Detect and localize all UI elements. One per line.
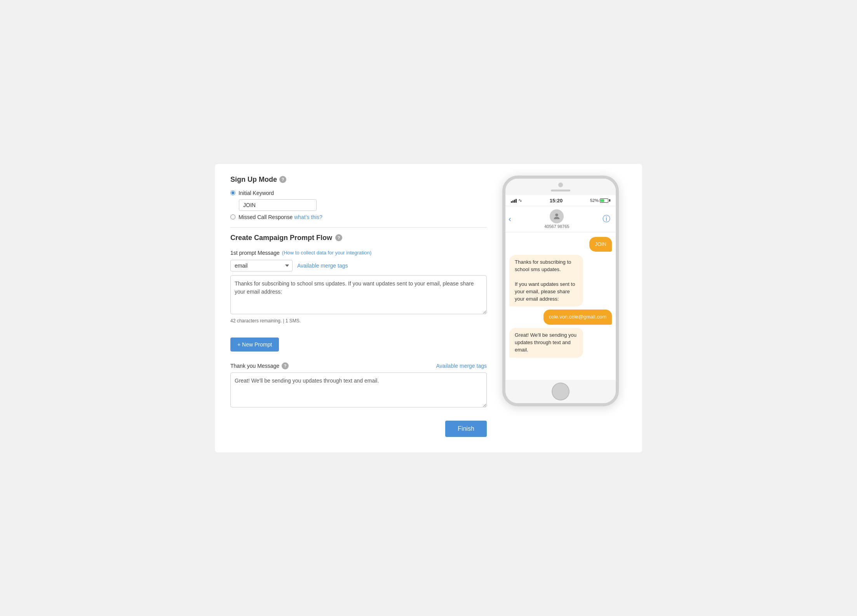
missed-call-radio[interactable] [230, 214, 235, 219]
contact-avatar [550, 209, 564, 223]
right-panel: ∿ 15:20 52% ‹ [502, 176, 627, 406]
prompt-section: 1st prompt Message (How to collect data … [230, 250, 487, 324]
thankyou-message-textarea[interactable]: Great! We'll be sending you updates thro… [230, 372, 487, 407]
info-button[interactable]: ⓘ [603, 214, 610, 224]
svg-point-0 [556, 213, 558, 216]
message-thankyou: Great! We'll be sending you updates thro… [509, 328, 583, 358]
signup-mode-section: Sign Up Mode ? [230, 176, 487, 184]
battery-body [600, 198, 608, 203]
signal-bar-2 [512, 200, 514, 203]
signal-bar-4 [516, 199, 517, 203]
missed-call-label: Missed Call Response what's this? [239, 214, 322, 220]
field-type-select[interactable]: email name phone zip code [230, 260, 293, 271]
initial-keyword-option: Initial Keyword [230, 190, 487, 196]
prompt-label-row: 1st prompt Message (How to collect data … [230, 250, 487, 256]
thankyou-section: Thank you Message ? Available merge tags… [230, 362, 487, 409]
campaign-prompt-section: Create Campaign Prompt Flow ? [230, 234, 487, 242]
iphone-frame: ∿ 15:20 52% ‹ [502, 176, 619, 406]
missed-call-option: Missed Call Response what's this? [230, 214, 487, 220]
battery-tip [609, 199, 610, 202]
left-panel: Sign Up Mode ? Initial Keyword Missed Ca… [230, 176, 487, 437]
status-left: ∿ [511, 198, 522, 203]
prompt-message-textarea[interactable]: Thanks for subscribing to school sms upd… [230, 275, 487, 314]
chat-messages: JOIN Thanks for subscribing to school sm… [505, 232, 616, 380]
battery-fill [601, 199, 604, 202]
thankyou-merge-tags-link[interactable]: Available merge tags [436, 363, 487, 369]
prompt-controls: email name phone zip code Available merg… [230, 260, 487, 271]
section-divider [230, 227, 487, 228]
status-time: 15:20 [550, 198, 563, 204]
home-button[interactable] [552, 383, 570, 400]
signal-bar-3 [514, 200, 515, 203]
battery-icon [600, 198, 610, 203]
back-button[interactable]: ‹ [509, 214, 511, 223]
status-right: 52% [590, 198, 610, 203]
thankyou-label-row: Thank you Message ? Available merge tags [230, 362, 487, 369]
wifi-icon: ∿ [518, 198, 522, 203]
prompt-integration-link[interactable]: (How to collect data for your integratio… [282, 250, 372, 256]
signup-mode-help-icon[interactable]: ? [279, 176, 286, 183]
contact-phone: 40567 98765 [544, 224, 569, 229]
missed-call-link[interactable]: what's this? [294, 214, 322, 220]
main-container: Sign Up Mode ? Initial Keyword Missed Ca… [215, 164, 642, 452]
message-subscribe: Thanks for subscribing to school sms upd… [509, 255, 583, 306]
initial-keyword-radio[interactable] [230, 190, 235, 195]
iphone-bottom [505, 380, 616, 403]
signup-mode-title: Sign Up Mode [230, 176, 277, 184]
campaign-prompt-title: Create Campaign Prompt Flow [230, 234, 332, 242]
campaign-prompt-help-icon[interactable]: ? [335, 234, 342, 241]
keyword-input[interactable] [239, 199, 317, 211]
finish-button[interactable]: Finish [445, 421, 487, 437]
battery-percent: 52% [590, 198, 599, 203]
iphone-top-bar [505, 179, 616, 195]
status-bar: ∿ 15:20 52% [505, 195, 616, 206]
speaker-bar [551, 190, 570, 191]
camera-dot [558, 183, 563, 187]
prompt-label-text: 1st prompt Message [230, 250, 280, 256]
merge-tags-link[interactable]: Available merge tags [297, 263, 348, 269]
thankyou-label-text: Thank you Message [230, 363, 279, 369]
message-join: JOIN [589, 237, 612, 252]
signal-bars [511, 198, 517, 203]
initial-keyword-label: Initial Keyword [239, 190, 274, 196]
new-prompt-button[interactable]: + New Prompt [230, 338, 279, 352]
chat-contact-info: 40567 98765 [544, 209, 569, 229]
thankyou-help-icon[interactable]: ? [282, 362, 289, 369]
keyword-input-wrapper [239, 199, 487, 211]
chat-header: ‹ 40567 98765 ⓘ [505, 206, 616, 232]
char-count: 42 characters remaining. | 1 SMS. [230, 318, 487, 324]
message-email: cole.von.cole@gmail.com [543, 310, 612, 325]
signal-bar-1 [511, 201, 512, 203]
signup-mode-radio-group: Initial Keyword Missed Call Response wha… [230, 190, 487, 220]
